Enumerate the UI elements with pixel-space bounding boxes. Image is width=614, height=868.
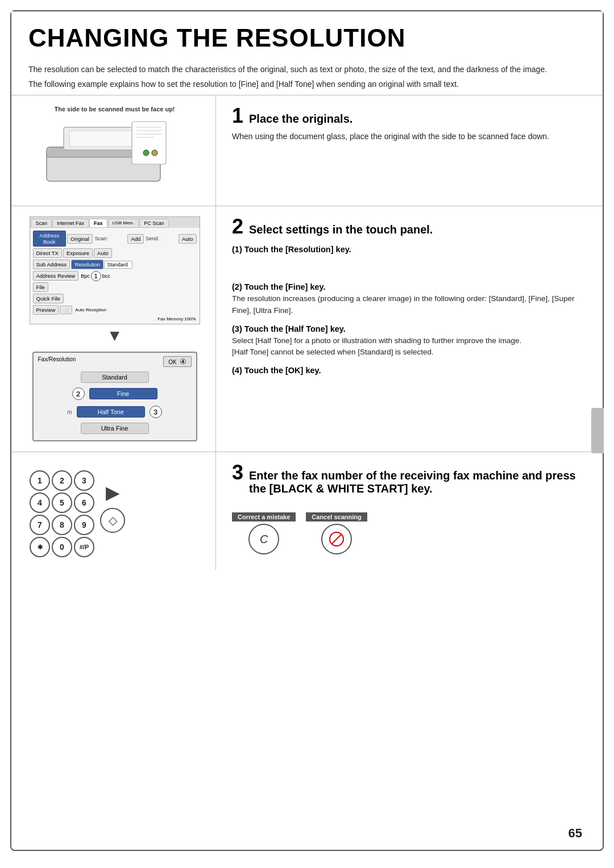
correct-mistake-label: Correct a mistake bbox=[232, 512, 296, 521]
step-1-number: 1 bbox=[232, 106, 243, 126]
tp-addr-book[interactable]: Address Book bbox=[33, 231, 67, 247]
tp-sub-address[interactable]: Sub Address bbox=[33, 260, 70, 269]
step-1-title-text: Place the originals. bbox=[249, 112, 352, 126]
tp-panel-btn[interactable]: ⬜ bbox=[60, 306, 72, 314]
tp-addr-review[interactable]: Address Review bbox=[33, 271, 79, 281]
tp-circle-1: 1 bbox=[91, 271, 101, 281]
step-3-left: 1 2 3 4 5 6 7 8 9 ✱ 0 #/P bbox=[11, 452, 216, 570]
scanner-illustration bbox=[35, 116, 194, 195]
intro-para-2: The following example explains how to se… bbox=[28, 78, 586, 91]
key-6[interactable]: 6 bbox=[74, 493, 94, 513]
tp-inner: Address Book Original Scan: Add Send: Au… bbox=[30, 228, 200, 324]
outer-border: CHANGING THE RESOLUTION The resolution c… bbox=[10, 10, 604, 851]
substep-1-label: (1) Touch the [Resolution] key. bbox=[232, 245, 587, 254]
key-7[interactable]: 7 bbox=[30, 515, 50, 535]
tp-row-1: Address Book Original Scan: Add Send: Au… bbox=[32, 230, 197, 247]
keypad-grid: 1 2 3 4 5 6 7 8 9 ✱ 0 #/P bbox=[30, 470, 94, 557]
tp-row-7: Preview ⬜ Auto Reception bbox=[32, 304, 197, 315]
tp-tabs: Scan Internet Fax Fax USB Mem. PC Scan bbox=[30, 217, 200, 228]
key-4[interactable]: 4 bbox=[30, 493, 50, 513]
tp-fax-memory: Fax Memory:100% bbox=[32, 316, 197, 322]
tp-row-3: Sub Address Resolution Standard bbox=[32, 259, 197, 270]
tp-quick-file[interactable]: Quick File bbox=[33, 294, 64, 303]
keypad: 1 2 3 4 5 6 7 8 9 ✱ 0 #/P bbox=[24, 465, 94, 557]
res-panel: Fax/Resolution OK ④ Standard 2 Fine m Ha… bbox=[32, 352, 197, 441]
key-hash[interactable]: #/P bbox=[74, 537, 94, 557]
step-3-section: 1 2 3 4 5 6 7 8 9 ✱ 0 #/P bbox=[11, 452, 603, 570]
key-8[interactable]: 8 bbox=[52, 515, 72, 535]
tp-resolution[interactable]: Resolution bbox=[71, 260, 103, 269]
key-3[interactable]: 3 bbox=[74, 470, 94, 491]
key-0[interactable]: 0 bbox=[52, 537, 72, 557]
step-1-title: 1 Place the originals. bbox=[232, 106, 587, 126]
step-3-number: 3 bbox=[232, 462, 243, 483]
step-3-title: 3 Enter the fax number of the receiving … bbox=[232, 462, 587, 495]
start-btn[interactable]: ◇ bbox=[100, 508, 125, 533]
res-halftone[interactable]: Half Tone bbox=[77, 406, 145, 418]
tp-scan-label: Scan: bbox=[95, 236, 127, 241]
tp-original[interactable]: Original bbox=[67, 234, 93, 244]
svg-point-9 bbox=[143, 150, 149, 156]
tp-tab-scan: Scan bbox=[31, 219, 52, 228]
tp-row-4: Address Review Bpc 1 bcc bbox=[32, 270, 197, 281]
page-title: CHANGING THE RESOLUTION bbox=[28, 24, 586, 52]
substep-4-label: (4) Touch the [OK] key. bbox=[232, 366, 587, 375]
step-2-title: 2 Select settings in the touch panel. bbox=[232, 216, 587, 237]
tp-bcc2-label: bcc bbox=[102, 273, 110, 279]
step-2-section: Scan Internet Fax Fax USB Mem. PC Scan A… bbox=[11, 206, 603, 452]
svg-rect-4 bbox=[132, 122, 166, 164]
res-ok-btn[interactable]: OK ④ bbox=[163, 356, 191, 367]
arrow-down: ▼ bbox=[107, 327, 123, 345]
tp-tab-fax: Internet Fax bbox=[52, 219, 89, 228]
res-label-left: m bbox=[67, 409, 72, 415]
page-number: 65 bbox=[569, 826, 582, 841]
tp-add[interactable]: Add bbox=[127, 234, 144, 244]
step-1-section: The side to be scanned must be face up! bbox=[11, 95, 603, 206]
intro-para-1: The resolution can be selected to match … bbox=[28, 64, 586, 76]
cancel-scanning-group: Cancel scanning bbox=[306, 512, 367, 554]
tp-tab-fax2: Fax bbox=[89, 219, 107, 228]
substep-2-label: (2) Touch the [Fine] key. bbox=[232, 282, 587, 291]
res-fine[interactable]: Fine bbox=[89, 388, 157, 399]
key-star[interactable]: ✱ bbox=[30, 537, 50, 557]
circle-2: 2 bbox=[72, 387, 85, 400]
key-9[interactable]: 9 bbox=[74, 515, 94, 535]
tp-tab-pc: PC Scan bbox=[139, 219, 169, 228]
arrow-right: ▶ bbox=[106, 482, 120, 503]
scanner-label: The side to be scanned must be face up! bbox=[54, 106, 175, 112]
cancel-icon bbox=[329, 531, 345, 547]
res-ultrafine[interactable]: Ultra Fine bbox=[81, 423, 149, 434]
tp-auto[interactable]: Auto bbox=[179, 234, 197, 244]
correct-mistake-btn[interactable]: C bbox=[248, 524, 279, 554]
step-1-right: 1 Place the originals. When using the do… bbox=[216, 95, 603, 206]
tp-preview[interactable]: Preview bbox=[33, 305, 59, 315]
tp-send-label: Send: bbox=[146, 236, 178, 241]
key-5[interactable]: 5 bbox=[52, 493, 72, 513]
res-standard[interactable]: Standard bbox=[81, 372, 149, 383]
key-1[interactable]: 1 bbox=[30, 470, 50, 491]
step-1-left: The side to be scanned must be face up! bbox=[11, 95, 216, 206]
svg-point-10 bbox=[152, 150, 157, 156]
circle-3: 3 bbox=[150, 406, 162, 418]
res-panel-header: Fax/Resolution OK ④ bbox=[38, 356, 192, 367]
action-buttons: Correct a mistake C Cancel scanning bbox=[232, 512, 587, 554]
correct-mistake-group: Correct a mistake C bbox=[232, 512, 296, 554]
tp-bcc-label: Bpc bbox=[81, 273, 90, 279]
res-options: Standard 2 Fine m Half Tone 3 Ultra Fine bbox=[38, 370, 192, 436]
title-bar: CHANGING THE RESOLUTION bbox=[11, 11, 603, 58]
tp-exposure[interactable]: Exposure bbox=[63, 248, 93, 258]
res-fine-row: 2 Fine bbox=[72, 386, 157, 401]
step-2-number: 2 bbox=[232, 216, 243, 237]
page: CHANGING THE RESOLUTION The resolution c… bbox=[0, 10, 614, 868]
substep-2-body: The resolution increases (producing a cl… bbox=[232, 293, 587, 316]
key-2[interactable]: 2 bbox=[52, 470, 72, 491]
tp-auto2[interactable]: Auto bbox=[94, 248, 112, 258]
step-2-title-text: Select settings in the touch panel. bbox=[249, 223, 433, 236]
step-2-left: Scan Internet Fax Fax USB Mem. PC Scan A… bbox=[11, 206, 216, 452]
touch-panel-illustration: Scan Internet Fax Fax USB Mem. PC Scan A… bbox=[30, 216, 200, 324]
tp-auto-recv: Auto Reception bbox=[75, 307, 106, 312]
tp-file[interactable]: File bbox=[33, 282, 48, 292]
cancel-scanning-btn[interactable] bbox=[321, 524, 352, 554]
tp-direct-tx[interactable]: Direct TX bbox=[33, 248, 62, 258]
tp-row-6: Quick File bbox=[32, 293, 197, 304]
